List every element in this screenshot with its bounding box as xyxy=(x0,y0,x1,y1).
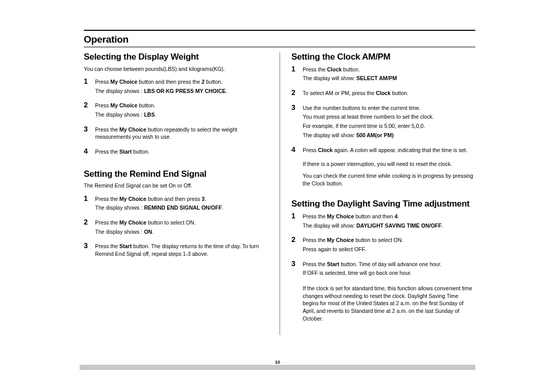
step-body: Press the My Choice button and then pres… xyxy=(95,195,224,213)
manual-page: Operation Selecting the Display Weight Y… xyxy=(0,0,555,335)
step-body: Press Clock again. A colon will appear, … xyxy=(303,146,467,156)
step-number: 3 xyxy=(84,125,95,133)
step: 3 Press the My Choice button repeatedly … xyxy=(84,125,268,142)
step-body: Press the Start button. xyxy=(95,147,150,157)
step-number: 2 xyxy=(84,101,95,108)
section-display-weight: Selecting the Display Weight You can cho… xyxy=(84,52,268,157)
right-column: Setting the Clock AM/PM 1 Press the Cloc… xyxy=(280,52,475,335)
step-body: Press the My Choice button to select ON.… xyxy=(303,236,403,254)
subsection-title: Selecting the Display Weight xyxy=(84,52,268,62)
step: 1 Press My Choice button and then press … xyxy=(84,78,268,96)
step: 2 Press the My Choice button to select O… xyxy=(84,218,268,237)
subsection-title: Setting the Daylight Saving Time adjustm… xyxy=(291,199,475,209)
step: 2 To select AM or PM, press the Clock bu… xyxy=(291,89,475,99)
step-number: 1 xyxy=(84,78,95,85)
title-underline xyxy=(84,47,475,47)
section-daylight-saving: Setting the Daylight Saving Time adjustm… xyxy=(291,199,475,322)
step-body: To select AM or PM, press the Clock butt… xyxy=(303,89,409,99)
step: 4 Press the Start button. xyxy=(84,147,268,157)
step-body: Press My Choice button. The display show… xyxy=(95,101,156,120)
note-text: You can check the current time while coo… xyxy=(291,172,475,187)
step-body: Press the Clock button. The display will… xyxy=(303,65,397,84)
step-body: Press the My Choice button and then 4. T… xyxy=(303,212,443,231)
step-number: 1 xyxy=(84,195,95,202)
step-body: Press the My Choice button repeatedly to… xyxy=(95,125,268,142)
step: 1 Press the Clock button. The display wi… xyxy=(291,65,475,84)
step-body: Press My Choice button and then press th… xyxy=(95,78,227,96)
section-remind-end-signal: Setting the Remind End Signal The Remind… xyxy=(84,170,268,259)
step: 3 Press the Start button. Time of day wi… xyxy=(291,260,475,278)
section-title: Operation xyxy=(84,34,475,45)
step: 1 Press the My Choice button and then pr… xyxy=(84,195,268,213)
step: 1 Press the My Choice button and then 4.… xyxy=(291,212,475,231)
step-body: Press the Start button. The display retu… xyxy=(95,242,268,259)
step: 2 Press the My Choice button to select O… xyxy=(291,236,475,254)
subsection-title: Setting the Clock AM/PM xyxy=(291,52,475,62)
step: 3 Use the number buttons to enter the cu… xyxy=(291,104,475,141)
step: 4 Press Clock again. A colon will appear… xyxy=(291,146,475,156)
step-number: 3 xyxy=(291,104,303,111)
step: 2 Press My Choice button. The display sh… xyxy=(84,101,268,120)
step-body: Use the number buttons to enter the curr… xyxy=(303,104,434,141)
step-number: 1 xyxy=(291,65,303,72)
step-number: 3 xyxy=(291,260,303,267)
step-number: 4 xyxy=(291,146,303,153)
page-number: 10 xyxy=(0,360,555,365)
step-number: 2 xyxy=(291,89,303,96)
top-rule xyxy=(84,30,475,31)
subsection-title: Setting the Remind End Signal xyxy=(84,170,268,179)
note-text: If the clock is set for standard time, t… xyxy=(291,285,475,322)
step-number: 2 xyxy=(84,218,95,226)
intro-text: The Remind End Signal can be set On or O… xyxy=(84,182,268,189)
step-body: Press the Start button. Time of day will… xyxy=(303,260,441,278)
step-number: 1 xyxy=(291,212,303,219)
step-number: 4 xyxy=(84,147,95,155)
left-column: Selecting the Display Weight You can cho… xyxy=(84,52,280,335)
note-text: If there is a power interruption, you wi… xyxy=(291,160,475,168)
step-number: 2 xyxy=(291,236,303,243)
content-columns: Selecting the Display Weight You can cho… xyxy=(84,52,475,335)
step-body: Press the My Choice button to select ON.… xyxy=(95,218,196,237)
step: 3 Press the Start button. The display re… xyxy=(84,242,268,259)
footer-bar xyxy=(80,365,475,370)
section-clock-ampm: Setting the Clock AM/PM 1 Press the Cloc… xyxy=(291,52,475,187)
intro-text: You can choose between pounds(LBS) and k… xyxy=(84,65,268,72)
step-number: 3 xyxy=(84,242,95,249)
